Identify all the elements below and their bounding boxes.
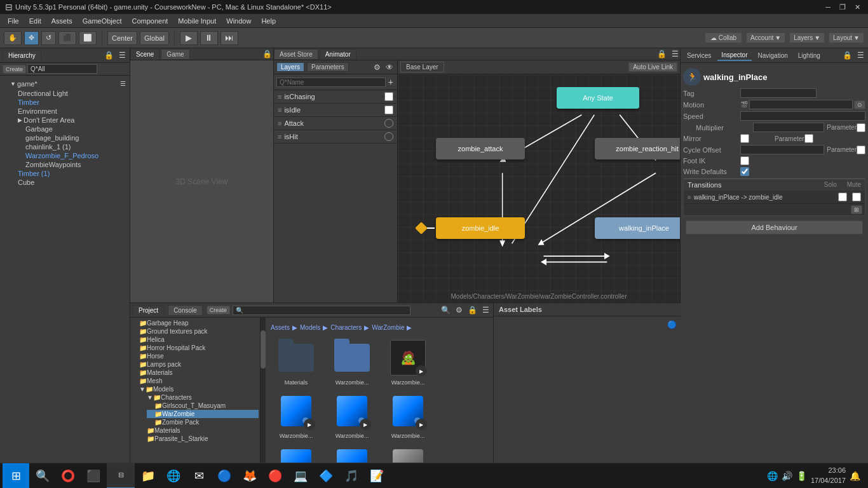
any-state-node[interactable]: Any State	[557, 87, 639, 109]
breadcrumb-models[interactable]: Models	[300, 324, 320, 331]
anim-eye-icon[interactable]: 👁	[384, 62, 395, 73]
project-search[interactable]	[233, 306, 410, 315]
zombie-reaction-hit-node[interactable]: zombie_reaction_hit	[595, 138, 680, 159]
motion-input[interactable]: walking_inPlace	[749, 100, 853, 109]
step-button[interactable]: ⏭	[220, 31, 238, 45]
start-button[interactable]: ⊞	[3, 463, 29, 489]
project-scrollbar[interactable]	[261, 318, 266, 463]
transition-solo-check[interactable]	[838, 193, 847, 201]
param-ischasing-check[interactable]	[384, 92, 393, 101]
project-create-btn[interactable]: Create	[207, 306, 230, 315]
hierarchy-search[interactable]	[27, 64, 97, 74]
tray-volume-icon[interactable]: 🔊	[782, 471, 792, 481]
auto-live-link-btn[interactable]: Auto Live Link	[628, 62, 677, 72]
inspector-lock-icon[interactable]: 🔒	[841, 50, 853, 61]
project-menu-icon[interactable]: ☰	[481, 304, 491, 316]
proj-helica[interactable]: 📁 Helica	[132, 336, 259, 344]
menu-file[interactable]: File	[3, 16, 24, 26]
proj-horse[interactable]: 📁 Horse	[132, 352, 259, 360]
tool-move[interactable]: ✥	[24, 31, 39, 45]
navigation-tab[interactable]: Navigation	[754, 51, 792, 60]
multiplier-param-check[interactable]	[857, 123, 865, 132]
animator-tab[interactable]: Animator	[320, 49, 356, 60]
taskbar-edge[interactable]: 🌐	[161, 464, 186, 488]
tray-battery-icon[interactable]: 🔋	[796, 471, 807, 481]
services-tab[interactable]: Services	[683, 51, 715, 60]
proj-garbage-heap[interactable]: 📁 Garbage Heap	[132, 319, 259, 327]
menu-component[interactable]: Component	[126, 16, 173, 26]
asset-cube4[interactable]: ▶ Warzombie...	[271, 444, 322, 463]
asset-cube3[interactable]: ▶ Warzombie...	[383, 391, 433, 439]
taskbar-vscode[interactable]: 🔷	[314, 464, 338, 488]
hier-root[interactable]: ▼ game* ☰	[3, 78, 127, 89]
parameters-tab[interactable]: Parameters	[307, 62, 349, 72]
asset-cube1[interactable]: ▶ Warzombie...	[271, 391, 322, 439]
console-tab[interactable]: Console	[168, 305, 203, 316]
hier-environment[interactable]: Environment	[10, 107, 127, 116]
scene-view[interactable]: 3D Scene View	[130, 60, 273, 302]
close-btn[interactable]: ✕	[852, 3, 863, 11]
proj-mesh[interactable]: 📁 Mesh	[132, 377, 259, 385]
param-search[interactable]	[276, 78, 386, 87]
param-attack[interactable]: ≡ Attack	[274, 117, 397, 130]
layers-button[interactable]: Layers ▼	[789, 32, 825, 43]
proj-horror-hospital[interactable]: 📁 Horror Hospital Pack	[132, 344, 259, 352]
proj-girlscout[interactable]: 📁 Girlscout_T_Masuyam	[147, 402, 259, 410]
animator-canvas[interactable]: Any State zombie_attack zombie_reaction_…	[398, 74, 680, 302]
add-behaviour-btn[interactable]: Add Behaviour	[686, 220, 863, 234]
scene-lock-icon[interactable]: 🔒	[261, 48, 273, 60]
project-settings-icon[interactable]: ⚙	[454, 304, 464, 316]
menu-assets[interactable]: Assets	[46, 16, 78, 26]
hierarchy-lock-icon[interactable]: 🔒	[103, 50, 115, 61]
param-is-chasing[interactable]: ≡ isChasing	[274, 90, 397, 104]
taskbar-unity[interactable]: ⊟	[107, 463, 135, 489]
anim-settings-icon[interactable]: ⚙	[372, 62, 382, 73]
base-layer-btn[interactable]: Base Layer	[400, 62, 444, 72]
taskbar-explorer[interactable]: 📁	[136, 464, 160, 488]
maximize-btn[interactable]: ❐	[837, 3, 848, 11]
proj-lamps[interactable]: 📁 Lamps pack	[132, 360, 259, 369]
asset-cube6[interactable]: ▶ Warzombie...	[383, 444, 433, 463]
asset-materials[interactable]: Materials	[271, 337, 322, 386]
asset-store-tab[interactable]: Asset Store	[274, 49, 318, 60]
tool-hand[interactable]: ✋	[4, 31, 22, 45]
taskbar-chrome[interactable]: 🔵	[212, 464, 236, 488]
tool-scale[interactable]: ⬛	[58, 31, 76, 45]
menu-edit[interactable]: Edit	[24, 16, 46, 26]
account-button[interactable]: Account ▼	[746, 32, 785, 43]
project-lock-icon[interactable]: 🔒	[466, 304, 478, 316]
tray-notification-icon[interactable]: 🔔	[850, 471, 860, 481]
hier-chainlink[interactable]: chainlink_1 (1)	[18, 142, 127, 151]
pause-button[interactable]: ⏸	[200, 31, 218, 45]
transition-expand-btn[interactable]: ⊞	[851, 205, 862, 214]
cycle-offset-input[interactable]: 0	[740, 145, 824, 154]
param-isidle-check[interactable]	[384, 105, 393, 114]
mirror-param-check[interactable]	[804, 134, 813, 143]
taskbar-task-view[interactable]: ⬛	[81, 464, 105, 488]
layers-tab[interactable]: Layers	[276, 62, 304, 72]
taskbar-firefox[interactable]: 🦊	[238, 464, 262, 488]
hier-timber1[interactable]: Timber (1)	[10, 169, 127, 178]
center-toggle[interactable]: Center	[107, 31, 137, 45]
taskbar-search[interactable]: 🔍	[31, 464, 55, 488]
breadcrumb-characters[interactable]: Characters	[330, 324, 362, 331]
asset-cube5[interactable]: ▶ Warzombie...	[327, 444, 377, 463]
proj-zombie-pack[interactable]: 📁 Zombie Pack	[147, 418, 259, 426]
layout-button[interactable]: Layout ▼	[829, 32, 864, 43]
hier-settings-icon[interactable]: ☰	[119, 79, 127, 88]
taskbar-opera[interactable]: 🔴	[263, 464, 287, 488]
project-search-icon[interactable]: 🔍	[440, 304, 452, 316]
proj-materials2[interactable]: 📁 Materials	[139, 426, 259, 435]
hier-cube[interactable]: Cube	[10, 178, 127, 187]
game-tab[interactable]: Game	[161, 49, 189, 60]
hier-garbage-building[interactable]: garbage_building	[18, 133, 127, 142]
breadcrumb-warzombie[interactable]: WarZombie	[372, 324, 404, 331]
asset-cube2[interactable]: ▶ Warzombie...	[327, 391, 377, 439]
scene-tab[interactable]: Scene	[130, 49, 159, 60]
play-button[interactable]: ▶	[180, 31, 198, 45]
clock[interactable]: 23:06 17/04/2017	[811, 466, 846, 485]
hier-zombie-waypoints[interactable]: ZombieWaypoints	[18, 160, 127, 169]
tool-rotate[interactable]: ↺	[41, 31, 56, 45]
asset-warzombie-char[interactable]: 🧟 ▶ Warzombie...	[383, 337, 433, 386]
param-is-idle[interactable]: ≡ isIdle	[274, 104, 397, 117]
